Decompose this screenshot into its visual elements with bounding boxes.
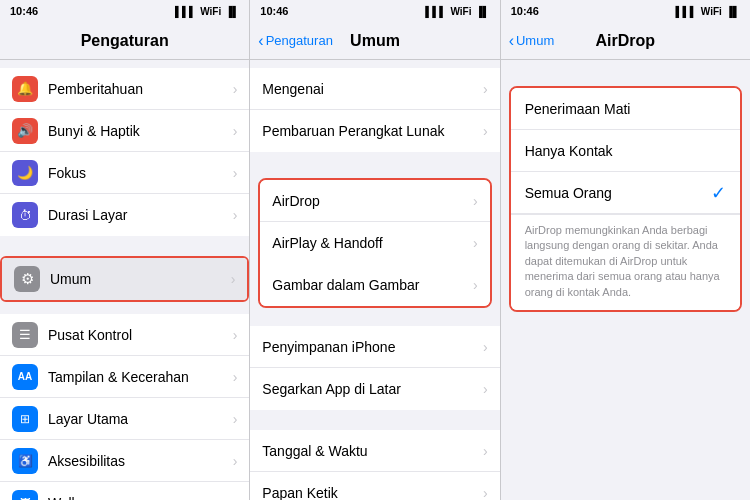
umum-icon: ⚙ <box>14 266 40 292</box>
fokus-label: Fokus <box>48 165 233 181</box>
status-bar-2: 10:46 ▌▌▌ WiFi ▐▌ <box>250 0 499 22</box>
signal-icon: ▌▌▌ <box>175 6 196 17</box>
item-umum[interactable]: ⚙ Umum › <box>2 258 247 300</box>
item-aksesibilitas[interactable]: ♿ Aksesibilitas › <box>0 440 249 482</box>
pusat-kontrol-icon: ☰ <box>12 322 38 348</box>
panel-pengaturan: 10:46 ▌▌▌ WiFi ▐▌ Pengaturan 🔔 Pemberita… <box>0 0 250 500</box>
papan-ketik-chevron: › <box>483 485 488 501</box>
panel3-title: AirDrop <box>596 32 656 50</box>
airplay-chevron: › <box>473 235 478 251</box>
group2-umum-bordered: ⚙ Umum › <box>0 256 249 302</box>
group2-1: Mengenai › Pembaruan Perangkat Lunak › <box>250 68 499 152</box>
status-time-3: 10:46 <box>511 5 539 17</box>
wallpaper-icon: 🖼 <box>12 490 38 501</box>
umum-label: Umum <box>50 271 231 287</box>
group3: ☰ Pusat Kontrol › AA Tampilan & Keceraha… <box>0 314 249 500</box>
status-icons-2: ▌▌▌ WiFi ▐▌ <box>425 6 489 17</box>
wallpaper-label: Wallpaper <box>48 495 233 501</box>
item-papan-ketik[interactable]: Papan Ketik › <box>250 472 499 500</box>
wifi-icon-2: WiFi <box>450 6 471 17</box>
mengenai-label: Mengenai <box>262 81 483 97</box>
airdrop-label: AirDrop <box>272 193 473 209</box>
item-airdrop[interactable]: AirDrop › <box>260 180 489 222</box>
spacer2-2 <box>250 314 499 326</box>
item-bunyi[interactable]: 🔊 Bunyi & Haptik › <box>0 110 249 152</box>
battery-icon-2: ▐▌ <box>475 6 489 17</box>
semua-checkmark: ✓ <box>711 182 726 204</box>
item-fokus[interactable]: 🌙 Fokus › <box>0 152 249 194</box>
group2-4: Tanggal & Waktu › Papan Ketik › Font › B… <box>250 430 499 500</box>
status-icons-1: ▌▌▌ WiFi ▐▌ <box>175 6 239 17</box>
back-button-3[interactable]: ‹ Umum <box>509 33 555 49</box>
tanggal-label: Tanggal & Waktu <box>262 443 483 459</box>
signal-icon-3: ▌▌▌ <box>676 6 697 17</box>
segarkan-chevron: › <box>483 381 488 397</box>
item-pembaruan[interactable]: Pembaruan Perangkat Lunak › <box>250 110 499 152</box>
wifi-icon-3: WiFi <box>701 6 722 17</box>
layar-utama-label: Layar Utama <box>48 411 233 427</box>
item-pemberitahuan[interactable]: 🔔 Pemberitahuan › <box>0 68 249 110</box>
panel-umum: 10:46 ▌▌▌ WiFi ▐▌ ‹ Pengaturan Umum Meng… <box>250 0 500 500</box>
back-label-2: Pengaturan <box>266 33 333 48</box>
option-semua[interactable]: Semua Orang ✓ <box>511 172 740 214</box>
durasi-chevron: › <box>233 207 238 223</box>
item-segarkan[interactable]: Segarkan App di Latar › <box>250 368 499 410</box>
item-durasi[interactable]: ⏱ Durasi Layar › <box>0 194 249 236</box>
wallpaper-chevron: › <box>233 495 238 501</box>
tampilan-chevron: › <box>233 369 238 385</box>
pemberitahuan-icon: 🔔 <box>12 76 38 102</box>
item-airplay[interactable]: AirPlay & Handoff › <box>260 222 489 264</box>
pemberitahuan-chevron: › <box>233 81 238 97</box>
spacer2-3 <box>250 418 499 430</box>
item-mengenai[interactable]: Mengenai › <box>250 68 499 110</box>
durasi-icon: ⏱ <box>12 202 38 228</box>
item-pusat-kontrol[interactable]: ☰ Pusat Kontrol › <box>0 314 249 356</box>
item-tampilan[interactable]: AA Tampilan & Kecerahan › <box>0 356 249 398</box>
signal-icon-2: ▌▌▌ <box>425 6 446 17</box>
semua-label: Semua Orang <box>525 185 711 201</box>
nav-bar-2: ‹ Pengaturan Umum <box>250 22 499 60</box>
wifi-icon: WiFi <box>200 6 221 17</box>
mengenai-chevron: › <box>483 81 488 97</box>
bunyi-icon: 🔊 <box>12 118 38 144</box>
gambar-chevron: › <box>473 277 478 293</box>
bunyi-label: Bunyi & Haptik <box>48 123 233 139</box>
layar-utama-icon: ⊞ <box>12 406 38 432</box>
airdrop-bordered-group: AirDrop › AirPlay & Handoff › Gambar dal… <box>258 178 491 308</box>
option-mati[interactable]: Penerimaan Mati <box>511 88 740 130</box>
aksesibilitas-chevron: › <box>233 453 238 469</box>
item-tanggal[interactable]: Tanggal & Waktu › <box>250 430 499 472</box>
settings-list-3: Penerimaan Mati Hanya Kontak Semua Orang… <box>501 60 750 500</box>
item-gambar[interactable]: Gambar dalam Gambar › <box>260 264 489 306</box>
pembaruan-chevron: › <box>483 123 488 139</box>
panel1-title: Pengaturan <box>81 32 169 50</box>
item-penyimpanan[interactable]: Penyimpanan iPhone › <box>250 326 499 368</box>
option-kontak[interactable]: Hanya Kontak <box>511 130 740 172</box>
item-layar-utama[interactable]: ⊞ Layar Utama › <box>0 398 249 440</box>
tampilan-icon: AA <box>12 364 38 390</box>
airdrop-chevron: › <box>473 193 478 209</box>
status-time-2: 10:46 <box>260 5 288 17</box>
airdrop-options-box: Penerimaan Mati Hanya Kontak Semua Orang… <box>509 86 742 312</box>
panel2-title: Umum <box>350 32 400 50</box>
back-chevron-3: ‹ <box>509 33 514 49</box>
penyimpanan-label: Penyimpanan iPhone <box>262 339 483 355</box>
back-button-2[interactable]: ‹ Pengaturan <box>258 33 333 49</box>
item-wallpaper[interactable]: 🖼 Wallpaper › <box>0 482 249 500</box>
pusat-kontrol-label: Pusat Kontrol <box>48 327 233 343</box>
spacer2 <box>0 302 249 314</box>
gambar-label: Gambar dalam Gambar <box>272 277 473 293</box>
tanggal-chevron: › <box>483 443 488 459</box>
segarkan-label: Segarkan App di Latar <box>262 381 483 397</box>
pusat-kontrol-chevron: › <box>233 327 238 343</box>
status-bar-1: 10:46 ▌▌▌ WiFi ▐▌ <box>0 0 249 22</box>
group1: 🔔 Pemberitahuan › 🔊 Bunyi & Haptik › 🌙 F… <box>0 68 249 236</box>
status-time-1: 10:46 <box>10 5 38 17</box>
pemberitahuan-label: Pemberitahuan <box>48 81 233 97</box>
durasi-label: Durasi Layar <box>48 207 233 223</box>
airdrop-description: AirDrop memungkinkan Anda berbagi langsu… <box>511 214 740 310</box>
status-icons-3: ▌▌▌ WiFi ▐▌ <box>676 6 740 17</box>
group2-3: Penyimpanan iPhone › Segarkan App di Lat… <box>250 326 499 410</box>
spacer1 <box>0 244 249 256</box>
battery-icon: ▐▌ <box>225 6 239 17</box>
